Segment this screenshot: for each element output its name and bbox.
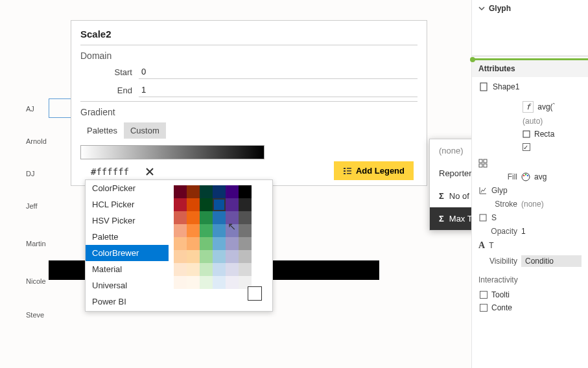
color-swatch[interactable] [200,276,213,289]
color-swatch[interactable] [174,211,187,224]
picker-item-powerbi[interactable]: Power BI [86,293,169,310]
color-swatch[interactable] [187,250,200,263]
color-swatch[interactable] [226,250,239,263]
color-swatch[interactable] [200,224,213,237]
stroke-label: Stroke [478,200,517,209]
color-swatch[interactable] [213,211,226,224]
chart-icon [478,186,488,195]
color-swatch[interactable] [213,276,226,289]
color-swatch[interactable] [239,198,252,211]
color-swatch[interactable] [239,185,252,198]
svg-rect-10 [479,164,482,167]
tooltip-label: Toolti [491,290,510,299]
shape1-item[interactable]: Shape1 [472,77,588,97]
clear-icon[interactable] [144,166,156,178]
color-swatch[interactable] [174,185,187,198]
color-swatch[interactable] [187,263,200,276]
attributes-header[interactable]: Attributes [472,60,588,77]
color-swatch[interactable] [226,224,239,237]
prop-expr[interactable]: avg(` [537,102,584,111]
color-swatch[interactable] [200,250,213,263]
chart-row-label: AJ [26,105,34,113]
prop-recta[interactable]: Recta [534,130,584,139]
color-swatch[interactable] [226,263,239,276]
color-swatch[interactable] [200,263,213,276]
visibility-label: Visibility [478,257,517,266]
tooltip-checkbox[interactable] [480,291,488,299]
stroke-value[interactable]: (none) [521,200,582,209]
picker-item-colorpicker[interactable]: ColorPicker [86,180,169,196]
color-swatch[interactable] [174,263,187,276]
chart-row-label: Martin [26,240,46,247]
picker-item-palette[interactable]: Palette [86,229,169,245]
add-legend-button[interactable]: Add Legend [334,161,414,180]
context-checkbox[interactable] [480,304,488,312]
color-swatch[interactable] [239,250,252,263]
panel-s-link[interactable]: S [478,213,582,222]
opacity-value[interactable]: 1 [521,227,582,236]
gradient-section-label: Gradient [80,101,417,117]
color-swatch[interactable] [174,250,187,263]
interactivity-header: Interactivity [472,271,588,286]
color-swatch[interactable] [174,224,187,237]
picker-item-hsv[interactable]: HSV Picker [86,213,169,229]
glyph-section-header[interactable]: Glyph [472,0,588,17]
panel-t-link[interactable]: A T [478,240,582,251]
tab-palettes[interactable]: Palettes [80,122,124,139]
color-swatch[interactable] [200,198,213,211]
color-swatch[interactable] [187,198,200,211]
color-swatch[interactable] [213,198,226,211]
color-swatch[interactable] [239,211,252,224]
color-picker-overlay: ColorPicker HCL Picker HSV Picker Palett… [85,179,273,312]
color-swatch[interactable] [174,276,187,289]
color-swatch[interactable] [239,263,252,276]
color-swatch[interactable] [226,198,239,211]
color-swatch[interactable] [187,185,200,198]
svg-rect-8 [479,159,482,163]
start-input[interactable] [139,65,417,79]
color-swatch[interactable] [213,224,226,237]
color-swatch[interactable] [174,237,187,250]
color-swatch[interactable] [226,237,239,250]
picker-item-material[interactable]: Material [86,261,169,277]
color-swatch[interactable] [200,237,213,250]
color-swatch[interactable] [200,211,213,224]
hex-input[interactable] [91,167,143,177]
properties-panel: Glyph Attributes Shape1 f avg(` (auto) R… [471,0,588,368]
color-swatch[interactable] [213,237,226,250]
color-swatch[interactable] [226,211,239,224]
color-swatch[interactable] [226,185,239,198]
swatch-grid [169,180,272,311]
color-swatch[interactable] [213,185,226,198]
color-swatch[interactable] [226,276,239,289]
color-swatch[interactable] [187,224,200,237]
color-swatch[interactable] [174,198,187,211]
chart-row-label: Arnold [26,137,47,145]
color-swatch[interactable] [239,224,252,237]
chart-row-label: DJ [26,170,34,178]
picker-item-universal[interactable]: Universal [86,277,169,293]
picker-item-colorbrewer[interactable]: ColorBrewer [86,245,169,261]
chart-row-label: Jeff [26,202,38,210]
gradient-preview[interactable] [80,145,265,159]
svg-point-14 [525,174,526,175]
color-swatch[interactable] [213,250,226,263]
color-swatch[interactable] [239,237,252,250]
svg-rect-6 [480,83,487,91]
fill-value[interactable]: avg [534,172,582,181]
panel-glyph-link[interactable] [478,159,582,168]
panel-glyp-link[interactable]: Glyp [478,186,582,195]
checkbox[interactable] [523,143,530,151]
color-swatch[interactable] [187,211,200,224]
color-swatch[interactable] [187,237,200,250]
color-swatch[interactable] [187,276,200,289]
svg-rect-7 [523,131,530,137]
color-swatch[interactable] [213,263,226,276]
visibility-value[interactable]: Conditio [521,255,582,267]
tab-custom[interactable]: Custom [124,122,166,139]
color-swatch[interactable] [200,185,213,198]
picker-item-hcl[interactable]: HCL Picker [86,196,169,213]
end-input[interactable] [139,83,417,97]
picker-type-list: ColorPicker HCL Picker HSV Picker Palett… [86,180,169,311]
svg-rect-16 [480,214,486,221]
